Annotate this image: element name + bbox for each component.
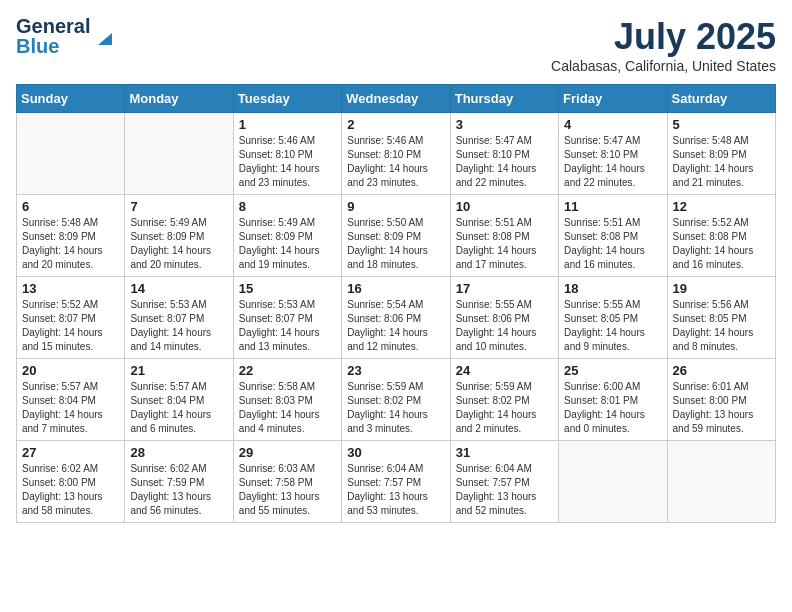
logo-line2: Blue xyxy=(16,36,90,56)
calendar-day-cell: 15Sunrise: 5:53 AM Sunset: 8:07 PM Dayli… xyxy=(233,277,341,359)
calendar-day-cell: 1Sunrise: 5:46 AM Sunset: 8:10 PM Daylig… xyxy=(233,113,341,195)
day-info: Sunrise: 5:55 AM Sunset: 8:06 PM Dayligh… xyxy=(456,298,553,354)
calendar-day-cell: 24Sunrise: 5:59 AM Sunset: 8:02 PM Dayli… xyxy=(450,359,558,441)
day-number: 31 xyxy=(456,445,553,460)
calendar-day-cell: 6Sunrise: 5:48 AM Sunset: 8:09 PM Daylig… xyxy=(17,195,125,277)
title-block: July 2025 Calabasas, California, United … xyxy=(551,16,776,74)
weekday-header-saturday: Saturday xyxy=(667,85,775,113)
day-info: Sunrise: 6:04 AM Sunset: 7:57 PM Dayligh… xyxy=(347,462,444,518)
calendar-day-cell: 9Sunrise: 5:50 AM Sunset: 8:09 PM Daylig… xyxy=(342,195,450,277)
day-info: Sunrise: 6:01 AM Sunset: 8:00 PM Dayligh… xyxy=(673,380,770,436)
day-info: Sunrise: 5:57 AM Sunset: 8:04 PM Dayligh… xyxy=(22,380,119,436)
day-info: Sunrise: 6:03 AM Sunset: 7:58 PM Dayligh… xyxy=(239,462,336,518)
day-number: 2 xyxy=(347,117,444,132)
day-info: Sunrise: 5:53 AM Sunset: 8:07 PM Dayligh… xyxy=(130,298,227,354)
calendar-week-row: 27Sunrise: 6:02 AM Sunset: 8:00 PM Dayli… xyxy=(17,441,776,523)
day-number: 12 xyxy=(673,199,770,214)
day-number: 3 xyxy=(456,117,553,132)
day-info: Sunrise: 5:49 AM Sunset: 8:09 PM Dayligh… xyxy=(239,216,336,272)
day-info: Sunrise: 5:58 AM Sunset: 8:03 PM Dayligh… xyxy=(239,380,336,436)
day-number: 17 xyxy=(456,281,553,296)
calendar-day-cell: 22Sunrise: 5:58 AM Sunset: 8:03 PM Dayli… xyxy=(233,359,341,441)
day-number: 8 xyxy=(239,199,336,214)
day-number: 19 xyxy=(673,281,770,296)
calendar-table: SundayMondayTuesdayWednesdayThursdayFrid… xyxy=(16,84,776,523)
day-info: Sunrise: 5:53 AM Sunset: 8:07 PM Dayligh… xyxy=(239,298,336,354)
calendar-day-cell: 8Sunrise: 5:49 AM Sunset: 8:09 PM Daylig… xyxy=(233,195,341,277)
calendar-day-cell: 10Sunrise: 5:51 AM Sunset: 8:08 PM Dayli… xyxy=(450,195,558,277)
calendar-header-row: SundayMondayTuesdayWednesdayThursdayFrid… xyxy=(17,85,776,113)
day-info: Sunrise: 5:46 AM Sunset: 8:10 PM Dayligh… xyxy=(239,134,336,190)
calendar-day-cell: 18Sunrise: 5:55 AM Sunset: 8:05 PM Dayli… xyxy=(559,277,667,359)
day-number: 1 xyxy=(239,117,336,132)
day-number: 15 xyxy=(239,281,336,296)
day-number: 6 xyxy=(22,199,119,214)
calendar-day-cell: 29Sunrise: 6:03 AM Sunset: 7:58 PM Dayli… xyxy=(233,441,341,523)
calendar-day-cell: 20Sunrise: 5:57 AM Sunset: 8:04 PM Dayli… xyxy=(17,359,125,441)
logo: General Blue xyxy=(16,16,116,56)
calendar-day-cell: 2Sunrise: 5:46 AM Sunset: 8:10 PM Daylig… xyxy=(342,113,450,195)
calendar-day-cell: 27Sunrise: 6:02 AM Sunset: 8:00 PM Dayli… xyxy=(17,441,125,523)
day-number: 4 xyxy=(564,117,661,132)
weekday-header-friday: Friday xyxy=(559,85,667,113)
day-info: Sunrise: 5:52 AM Sunset: 8:08 PM Dayligh… xyxy=(673,216,770,272)
weekday-header-thursday: Thursday xyxy=(450,85,558,113)
day-number: 16 xyxy=(347,281,444,296)
day-info: Sunrise: 5:52 AM Sunset: 8:07 PM Dayligh… xyxy=(22,298,119,354)
day-number: 9 xyxy=(347,199,444,214)
weekday-header-sunday: Sunday xyxy=(17,85,125,113)
day-number: 10 xyxy=(456,199,553,214)
calendar-day-cell xyxy=(17,113,125,195)
day-info: Sunrise: 6:02 AM Sunset: 8:00 PM Dayligh… xyxy=(22,462,119,518)
day-info: Sunrise: 6:02 AM Sunset: 7:59 PM Dayligh… xyxy=(130,462,227,518)
month-title: July 2025 xyxy=(551,16,776,58)
day-number: 24 xyxy=(456,363,553,378)
logo-line1: General xyxy=(16,16,90,36)
day-info: Sunrise: 5:50 AM Sunset: 8:09 PM Dayligh… xyxy=(347,216,444,272)
weekday-header-monday: Monday xyxy=(125,85,233,113)
calendar-day-cell: 16Sunrise: 5:54 AM Sunset: 8:06 PM Dayli… xyxy=(342,277,450,359)
day-number: 13 xyxy=(22,281,119,296)
calendar-day-cell: 25Sunrise: 6:00 AM Sunset: 8:01 PM Dayli… xyxy=(559,359,667,441)
calendar-day-cell: 12Sunrise: 5:52 AM Sunset: 8:08 PM Dayli… xyxy=(667,195,775,277)
day-info: Sunrise: 5:48 AM Sunset: 8:09 PM Dayligh… xyxy=(673,134,770,190)
day-number: 7 xyxy=(130,199,227,214)
calendar-week-row: 13Sunrise: 5:52 AM Sunset: 8:07 PM Dayli… xyxy=(17,277,776,359)
calendar-day-cell xyxy=(125,113,233,195)
day-info: Sunrise: 5:55 AM Sunset: 8:05 PM Dayligh… xyxy=(564,298,661,354)
calendar-day-cell xyxy=(559,441,667,523)
day-number: 20 xyxy=(22,363,119,378)
day-number: 5 xyxy=(673,117,770,132)
page-header: General Blue July 2025 Calabasas, Califo… xyxy=(16,16,776,74)
day-number: 22 xyxy=(239,363,336,378)
day-number: 18 xyxy=(564,281,661,296)
calendar-day-cell: 30Sunrise: 6:04 AM Sunset: 7:57 PM Dayli… xyxy=(342,441,450,523)
weekday-header-tuesday: Tuesday xyxy=(233,85,341,113)
day-number: 25 xyxy=(564,363,661,378)
calendar-day-cell: 14Sunrise: 5:53 AM Sunset: 8:07 PM Dayli… xyxy=(125,277,233,359)
calendar-day-cell: 4Sunrise: 5:47 AM Sunset: 8:10 PM Daylig… xyxy=(559,113,667,195)
calendar-day-cell: 23Sunrise: 5:59 AM Sunset: 8:02 PM Dayli… xyxy=(342,359,450,441)
day-info: Sunrise: 5:57 AM Sunset: 8:04 PM Dayligh… xyxy=(130,380,227,436)
day-number: 29 xyxy=(239,445,336,460)
day-info: Sunrise: 5:47 AM Sunset: 8:10 PM Dayligh… xyxy=(564,134,661,190)
calendar-day-cell: 13Sunrise: 5:52 AM Sunset: 8:07 PM Dayli… xyxy=(17,277,125,359)
day-info: Sunrise: 5:47 AM Sunset: 8:10 PM Dayligh… xyxy=(456,134,553,190)
day-number: 11 xyxy=(564,199,661,214)
location: Calabasas, California, United States xyxy=(551,58,776,74)
day-info: Sunrise: 5:46 AM Sunset: 8:10 PM Dayligh… xyxy=(347,134,444,190)
calendar-day-cell: 7Sunrise: 5:49 AM Sunset: 8:09 PM Daylig… xyxy=(125,195,233,277)
calendar-day-cell: 19Sunrise: 5:56 AM Sunset: 8:05 PM Dayli… xyxy=(667,277,775,359)
day-number: 26 xyxy=(673,363,770,378)
day-number: 30 xyxy=(347,445,444,460)
calendar-week-row: 6Sunrise: 5:48 AM Sunset: 8:09 PM Daylig… xyxy=(17,195,776,277)
day-info: Sunrise: 5:54 AM Sunset: 8:06 PM Dayligh… xyxy=(347,298,444,354)
calendar-day-cell: 21Sunrise: 5:57 AM Sunset: 8:04 PM Dayli… xyxy=(125,359,233,441)
day-info: Sunrise: 6:04 AM Sunset: 7:57 PM Dayligh… xyxy=(456,462,553,518)
day-number: 21 xyxy=(130,363,227,378)
logo-name: General Blue xyxy=(16,16,90,56)
calendar-day-cell: 3Sunrise: 5:47 AM Sunset: 8:10 PM Daylig… xyxy=(450,113,558,195)
calendar-day-cell: 28Sunrise: 6:02 AM Sunset: 7:59 PM Dayli… xyxy=(125,441,233,523)
svg-marker-0 xyxy=(98,33,112,45)
weekday-header-wednesday: Wednesday xyxy=(342,85,450,113)
